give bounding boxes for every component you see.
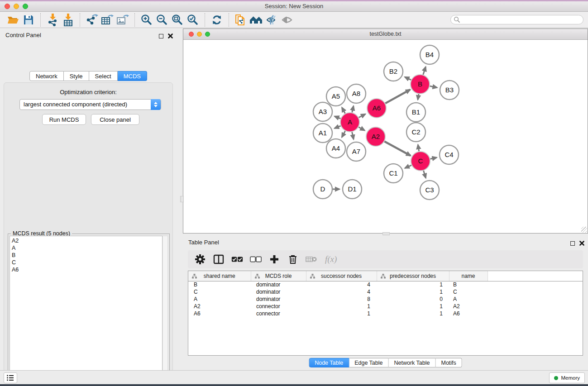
tab-network[interactable]: Network [29, 71, 64, 81]
table-cell[interactable]: 0 [377, 295, 449, 303]
close-panel-icon[interactable] [168, 32, 173, 40]
import-table-icon[interactable] [60, 12, 76, 28]
table-cell[interactable]: dominator [251, 295, 306, 303]
graph-node-A1[interactable]: A1 [313, 124, 332, 143]
show-graphics-icon[interactable] [279, 12, 295, 28]
task-history-button[interactable] [4, 372, 17, 383]
mcds-result-list[interactable]: A2ABCA6 [10, 236, 163, 386]
zoom-selected-icon[interactable] [185, 12, 201, 28]
mcds-result-item[interactable]: A6 [10, 266, 162, 273]
graph-edge-C-C3[interactable] [424, 171, 426, 178]
table-cell[interactable]: A [449, 295, 488, 303]
graph-edge-B-B2[interactable] [405, 77, 411, 80]
graph-node-B3[interactable]: B3 [440, 81, 459, 100]
tab-motifs[interactable]: Motifs [435, 358, 462, 367]
table-cell[interactable]: dominator [251, 281, 306, 288]
hide-graphics-icon[interactable] [264, 12, 279, 28]
window-resize-grip[interactable] [581, 227, 587, 233]
table-cell[interactable]: 1 [377, 288, 449, 295]
run-mcds-button[interactable]: Run MCDS [42, 114, 86, 125]
graph-edge-B-B3[interactable] [430, 86, 437, 87]
zoom-in-icon[interactable] [139, 12, 154, 28]
mcds-result-item[interactable]: A2 [10, 237, 162, 244]
table-row[interactable]: Bdominator41B [188, 281, 583, 288]
table-cell[interactable]: B [188, 281, 251, 288]
graph-node-A6[interactable]: A6 [367, 99, 386, 118]
graph-node-A5[interactable]: A5 [326, 87, 345, 106]
graph-node-A4[interactable]: A4 [326, 139, 345, 158]
graph-edge-C-C2[interactable] [418, 145, 419, 152]
tab-mcds[interactable]: MCDS [118, 71, 147, 81]
horizontal-splitter-handle[interactable] [382, 232, 390, 235]
tab-network-table[interactable]: Network Table [389, 358, 436, 367]
search-input[interactable] [450, 15, 583, 24]
table-cell[interactable]: A6 [188, 310, 251, 317]
import-network-icon[interactable] [45, 12, 60, 28]
export-network-icon[interactable] [84, 12, 100, 28]
criterion-select[interactable]: largest connected component (directed) [19, 99, 161, 110]
table-cell[interactable]: A6 [449, 310, 488, 317]
table-cell[interactable]: 1 [377, 281, 449, 288]
network-zoom-button[interactable] [205, 32, 210, 37]
network-minimize-button[interactable] [197, 32, 202, 37]
network-window-titlebar[interactable]: testGlobe.txt [183, 29, 588, 40]
table-row[interactable]: Cdominator41C [188, 288, 583, 295]
graph-edge-A-A4[interactable] [342, 131, 345, 137]
refresh-icon[interactable] [209, 12, 225, 28]
table-cell[interactable]: 1 [306, 310, 377, 317]
deselect-all-icon[interactable] [250, 253, 262, 265]
table-cell[interactable]: A2 [188, 303, 251, 310]
graph-node-A[interactable]: A [340, 113, 359, 132]
graph-node-D[interactable]: D [313, 180, 332, 199]
column-header-name[interactable]: name [449, 271, 488, 281]
graph-edge-A-A1[interactable] [335, 126, 341, 128]
graph-edge-A-A6[interactable] [359, 114, 365, 118]
graph-edge-A-A3[interactable] [335, 116, 340, 119]
table-row[interactable]: A2connector11A2 [188, 303, 583, 310]
graph-node-B[interactable]: B [411, 75, 430, 94]
table-cell[interactable]: connector [251, 303, 306, 310]
graph-node-A3[interactable]: A3 [313, 102, 332, 121]
delete-column-icon[interactable] [287, 253, 299, 265]
table-cell[interactable]: C [188, 288, 251, 295]
mcds-list-scrollbar[interactable] [163, 236, 168, 386]
mcds-result-item[interactable]: C [10, 259, 162, 266]
select-all-icon[interactable] [231, 253, 243, 265]
column-header-mcds-role[interactable]: MCDS role [251, 271, 306, 281]
table-row[interactable]: Adominator80A [188, 295, 583, 303]
graph-node-D1[interactable]: D1 [343, 180, 362, 199]
vertical-splitter-handle[interactable] [180, 196, 184, 202]
table-cell[interactable]: connector [251, 310, 306, 317]
graph-node-B2[interactable]: B2 [384, 62, 403, 81]
column-header-predecessor-nodes[interactable]: predecessor nodes [377, 271, 449, 281]
column-header-successor-nodes[interactable]: successor nodes [306, 271, 377, 281]
table-cell[interactable]: 1 [377, 303, 449, 310]
table-cell[interactable]: 1 [377, 310, 449, 317]
graph-edge-C-C4[interactable] [430, 157, 436, 159]
graph-edge-A-A7[interactable] [352, 132, 354, 139]
graph-edge-A2-C[interactable] [384, 142, 411, 156]
close-window-button[interactable] [5, 4, 10, 9]
save-session-icon[interactable] [21, 12, 36, 28]
table-cell[interactable]: B [449, 281, 488, 288]
zoom-fit-icon[interactable] [170, 12, 185, 28]
tab-node-table[interactable]: Node Table [309, 358, 349, 367]
mcds-result-item[interactable]: A [10, 244, 162, 252]
graph-edge-B-B1[interactable] [418, 94, 419, 100]
graph-edge-A-A5[interactable] [342, 108, 345, 114]
table-cell[interactable]: dominator [251, 288, 306, 295]
function-builder-icon[interactable]: f(x) [325, 254, 337, 264]
graph-edge-C-C1[interactable] [405, 165, 411, 168]
table-cell[interactable]: C [449, 288, 488, 295]
close-table-panel-icon[interactable] [579, 239, 584, 248]
graph-edge-B-B4[interactable] [423, 67, 426, 75]
table-row[interactable]: A6connector11A6 [188, 310, 583, 317]
table-cell[interactable]: 1 [306, 303, 377, 310]
gear-icon[interactable] [194, 253, 206, 265]
add-column-icon[interactable] [268, 253, 280, 265]
memory-button[interactable]: Memory [549, 372, 585, 383]
table-cell[interactable]: A2 [449, 303, 488, 310]
column-view-icon[interactable] [213, 253, 225, 265]
mcds-result-item[interactable]: B [10, 252, 162, 259]
tab-style[interactable]: Style [64, 71, 89, 81]
